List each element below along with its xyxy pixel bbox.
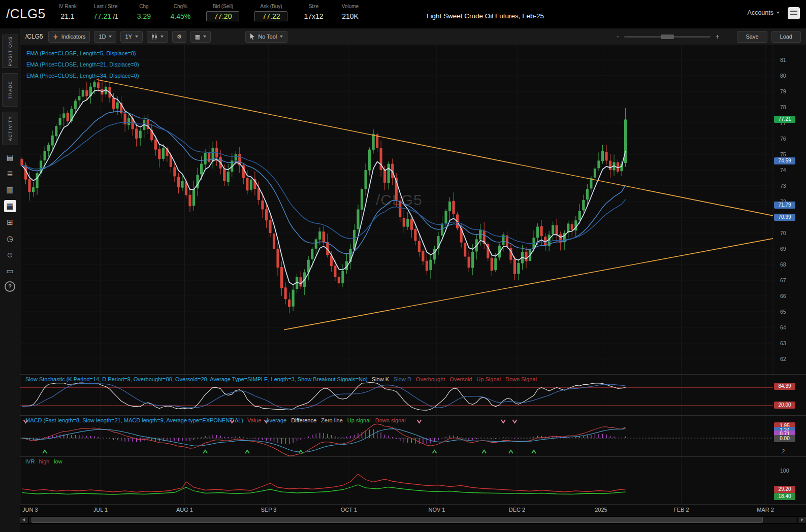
quote-field-label: IV Rank: [58, 3, 77, 10]
macd-pane[interactable]: -2 MACD (Fast length=8, Slow length=21, …: [20, 415, 806, 456]
legend-item: Oversold: [449, 376, 472, 382]
save-button[interactable]: Save: [737, 31, 767, 43]
legend-item: Slow K: [372, 376, 389, 382]
legend-item: Zero line: [321, 417, 343, 423]
quote-field: Volume210K: [339, 3, 361, 20]
up-signal-arrow: [203, 450, 207, 453]
time-axis-label: JUN 3: [22, 507, 38, 513]
help-icon[interactable]: ?: [5, 281, 15, 292]
load-button[interactable]: Load: [771, 31, 801, 43]
legend-item: Down Signal: [505, 376, 537, 382]
ivr-canvas[interactable]: 100: [20, 457, 806, 504]
svg-text:79: 79: [780, 88, 786, 94]
payments-icon[interactable]: ▭: [4, 265, 16, 277]
grid-layout-dropdown[interactable]: ▦: [190, 31, 211, 43]
scrollbar-handle[interactable]: [31, 517, 763, 523]
quote-field-value[interactable]: 77.20: [206, 11, 239, 21]
axis-value-bubble: 84.39: [774, 383, 795, 390]
apps-grid-icon[interactable]: ⊞: [4, 216, 16, 228]
legend-item: Difference: [291, 417, 316, 423]
contacts-icon[interactable]: ☺: [4, 249, 16, 261]
settings-button[interactable]: ⚙: [172, 31, 186, 43]
quote-value-text: 77.21: [93, 12, 111, 20]
quote-field: Chg%4.45%: [170, 3, 191, 20]
legend-item: Up Signal: [476, 376, 501, 382]
watchlist-icon[interactable]: ≣: [4, 168, 16, 180]
toolbar-symbol: /CLG5: [25, 33, 43, 40]
axis-value-bubble: 29.20: [774, 486, 795, 493]
orders-icon[interactable]: ▥: [4, 184, 16, 196]
ivr-low-line: [22, 485, 626, 494]
quote-field-label: Chg%: [174, 3, 187, 10]
chart-style-dropdown[interactable]: [147, 31, 168, 43]
stochastic-pane[interactable]: Slow Stochastic (K Period=14, D Period=9…: [20, 374, 806, 415]
accounts-dropdown[interactable]: Accounts: [748, 9, 780, 16]
svg-text:62: 62: [780, 356, 786, 362]
indicator-title: IVR: [25, 458, 35, 464]
quote-field-label: Chg: [139, 3, 148, 10]
quote-field: Last / Size77.21 /1: [93, 3, 118, 20]
header-symbol: /CLG5: [6, 6, 46, 22]
quote-value-suffix: /1: [111, 13, 118, 20]
ivr-pane[interactable]: 100 IVRhighlow 29.2018.40: [20, 456, 806, 504]
zoom-in-button[interactable]: +: [715, 32, 720, 41]
quote-field-label: Size: [309, 3, 318, 10]
legend-item: Value: [247, 417, 261, 423]
quote-value-text: 77.20: [214, 12, 232, 20]
quote-value-text: 210K: [342, 12, 359, 20]
price-pane[interactable]: /CLG5 6263646566676869707172737475767778…: [20, 45, 806, 374]
down-signal-arrow: [501, 420, 505, 423]
timeframe-dropdown[interactable]: 1D: [94, 31, 116, 43]
chevron-down-icon: [777, 12, 780, 14]
ema-34-line: [22, 122, 626, 244]
zoom-slider[interactable]: [624, 36, 711, 38]
quote-field-value[interactable]: 77.22: [254, 11, 287, 21]
header-bar: /CLG5 IV Rank21.1Last / Size77.21 /1Chg3…: [0, 0, 806, 28]
svg-text:64: 64: [780, 324, 786, 330]
trendline-upper[interactable]: [96, 80, 773, 216]
sidebar-tab-activity[interactable]: ACTIVITY: [2, 112, 18, 145]
range-dropdown[interactable]: 1Y: [120, 31, 142, 43]
quote-field-value: 21.1: [60, 12, 74, 20]
sidebar-tab-label: ACTIVITY: [8, 116, 13, 141]
cursor-icon: [250, 34, 255, 40]
axis-value-bubble: 70.99: [774, 214, 795, 221]
horizontal-scrollbar[interactable]: [20, 516, 806, 524]
sidebar-tab-trade[interactable]: TRADE: [2, 73, 18, 107]
legend-item: Average: [266, 417, 286, 423]
scroll-right-button[interactable]: [798, 517, 806, 523]
svg-text:66: 66: [780, 293, 786, 299]
quote-field: Ask (Buy)77.22: [254, 3, 287, 21]
chat-icon[interactable]: [788, 7, 800, 19]
sidebar-tab-positions[interactable]: POSITIONS: [2, 35, 18, 68]
time-axis[interactable]: JUN 3JUL 1AUG 1SEP 3OCT 1NOV 1DEC 22025F…: [20, 504, 806, 515]
up-signal-arrow: [245, 450, 249, 453]
macd-label: MACD (Fast length=8, Slow length=21, MAC…: [25, 417, 410, 423]
drawing-tool-dropdown[interactable]: No Tool: [245, 31, 287, 43]
quote-field: IV Rank21.1: [57, 3, 78, 20]
chart-area: /CLG5 6263646566676869707172737475767778…: [20, 45, 806, 532]
stochastic-label: Slow Stochastic (K Period=14, D Period=9…: [25, 376, 541, 382]
svg-text:68: 68: [780, 261, 786, 268]
svg-text:74: 74: [780, 167, 786, 173]
zoom-out-button[interactable]: -: [615, 32, 620, 41]
indicators-button[interactable]: Indicators: [48, 31, 90, 43]
quotes-icon[interactable]: ▤: [4, 151, 16, 163]
trendline-lower[interactable]: [284, 239, 773, 330]
zoom-control: - +: [615, 32, 720, 41]
price-chart-canvas[interactable]: 6263646566676869707172737475767778798081: [20, 45, 806, 374]
gear-icon: ⚙: [177, 34, 182, 40]
down-signal-arrow: [512, 420, 517, 423]
ivr-label: IVRhighlow: [25, 458, 67, 464]
sidebar-tab-label: POSITIONS: [8, 36, 13, 66]
macd-average-line: [22, 429, 626, 452]
axis-value-bubble: 18.40: [774, 493, 795, 500]
history-icon[interactable]: ◷: [4, 232, 16, 245]
up-signal-arrow: [509, 450, 513, 453]
ema-5-line: [22, 90, 626, 285]
zoom-slider-handle[interactable]: [661, 35, 674, 39]
svg-text:81: 81: [780, 57, 786, 63]
charts-icon[interactable]: ▦: [4, 200, 16, 212]
scroll-left-button[interactable]: [20, 517, 28, 523]
quote-value-text: 17x12: [304, 12, 323, 20]
